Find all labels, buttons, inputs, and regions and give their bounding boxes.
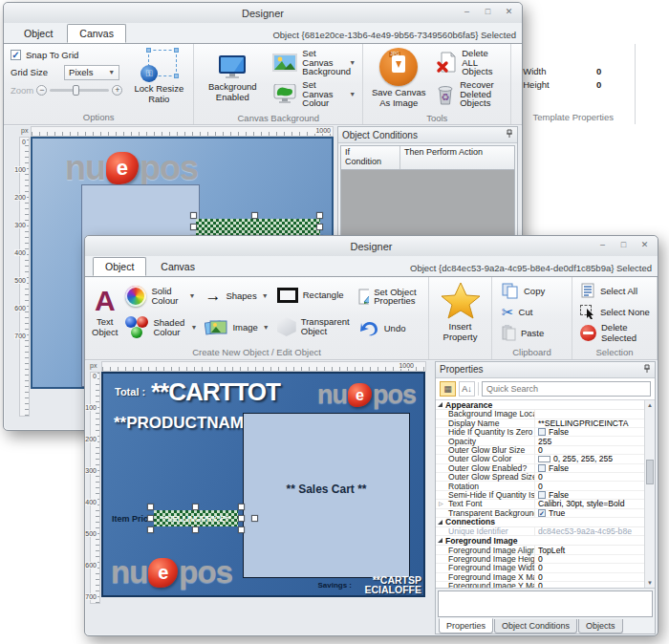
- shapes-button[interactable]: → Shapes ▼: [205, 289, 269, 304]
- selection-handle[interactable]: [316, 224, 323, 230]
- property-value[interactable]: dc84ec53-9a2a-4c95-b8e: [535, 526, 644, 536]
- shaded-colour-button[interactable]: Shaded Colour ▼: [125, 316, 197, 338]
- scrollbar[interactable]: ▲ ▼: [644, 400, 655, 588]
- zoom-slider[interactable]: Zoom − +: [11, 85, 122, 96]
- close-button[interactable]: ✕: [503, 7, 515, 18]
- carttot-object[interactable]: **CARTTOT: [151, 377, 280, 407]
- set-object-properties-button[interactable]: Set Object Properties: [358, 288, 423, 307]
- selection-handle[interactable]: [192, 504, 199, 510]
- savings-label[interactable]: Savings :: [317, 581, 352, 590]
- minimize-button[interactable]: –: [461, 7, 473, 18]
- titlebar[interactable]: Designer – □ ✕: [4, 3, 522, 23]
- color-swatch[interactable]: [538, 456, 550, 462]
- close-button[interactable]: ✕: [638, 240, 651, 251]
- titlebar[interactable]: Designer – □ ✕: [85, 236, 658, 256]
- transparent-object-button[interactable]: Transparent Object: [277, 317, 351, 336]
- pin-icon[interactable]: [643, 364, 651, 376]
- tab-canvas[interactable]: Canvas: [148, 257, 207, 276]
- scroll-thumb[interactable]: [646, 460, 654, 484]
- minimize-button[interactable]: –: [596, 240, 609, 251]
- selected-object-status: Object {681e20ce-13b6-4e49-9b56-7349560b…: [272, 30, 516, 40]
- selection-handle[interactable]: [238, 526, 245, 533]
- image-button[interactable]: Image ▼: [205, 319, 269, 335]
- value-checkbox[interactable]: ✓: [538, 509, 546, 517]
- pin-icon[interactable]: [506, 129, 513, 140]
- bottom-tab-object-conditions[interactable]: Object Conditions: [494, 619, 577, 633]
- selection-handle[interactable]: [238, 515, 245, 522]
- ruler-unit: px: [90, 362, 97, 369]
- ruler-unit: px: [21, 127, 28, 134]
- zoom-thumb[interactable]: [73, 85, 79, 96]
- selected-sellingprice-object[interactable]: **SELLINGPRICE**: [154, 510, 238, 526]
- total-label[interactable]: Total :: [115, 386, 145, 397]
- text-object-button[interactable]: A Text Object: [92, 287, 118, 337]
- cartsp-object[interactable]: **CARTSP ECIALOFFE: [365, 575, 422, 594]
- tab-object[interactable]: Object: [93, 257, 146, 276]
- vertical-ruler: 0100200300400500600700: [90, 372, 100, 604]
- group-label: Create New Object / Edit Object: [85, 347, 428, 359]
- column-header-action[interactable]: Then Perform Action: [400, 146, 486, 169]
- quick-search-input[interactable]: [482, 381, 651, 397]
- maximize-button[interactable]: □: [617, 240, 630, 251]
- zoom-out-icon[interactable]: −: [36, 85, 47, 96]
- lock-resize-ratio-button[interactable]: ⚿ Lock Resize Ratio: [131, 50, 186, 104]
- solid-colour-button[interactable]: Solid Colour ▼: [125, 286, 197, 307]
- selected-object[interactable]: [196, 219, 320, 235]
- selection-handle[interactable]: [251, 212, 258, 219]
- selection-handle[interactable]: [251, 515, 258, 522]
- expander-icon[interactable]: ▷: [439, 500, 443, 506]
- selection-handle[interactable]: [190, 212, 197, 219]
- recycle-bin-icon: ♻: [436, 83, 455, 106]
- save-canvas-as-image-button[interactable]: JPG Save Canvas As Image: [370, 48, 427, 108]
- snap-to-grid-checkbox[interactable]: ✓ Snap To Grid: [11, 50, 122, 60]
- scroll-up-icon[interactable]: ▲: [645, 400, 655, 410]
- selection-handle[interactable]: [190, 224, 197, 230]
- selection-handle[interactable]: [238, 504, 245, 510]
- designer-window-front[interactable]: Designer – □ ✕ Object Canvas Object {dc8…: [84, 235, 658, 636]
- value-checkbox[interactable]: [538, 428, 546, 436]
- value-checkbox[interactable]: [538, 464, 546, 472]
- delete-selected-button[interactable]: Delete Selected: [580, 322, 645, 343]
- selected-object-status: Object {dc84ec53-9a2a-4c95-b8e4-de0df1c8…: [410, 263, 652, 273]
- tab-canvas[interactable]: Canvas: [67, 24, 126, 43]
- ruler-tick-label: 200: [85, 436, 97, 442]
- bottom-tab-objects[interactable]: Objects: [578, 619, 623, 633]
- scroll-down-icon[interactable]: ▼: [645, 578, 655, 588]
- selection-handle[interactable]: [316, 212, 323, 219]
- cut-button[interactable]: ✂ Cut: [502, 301, 532, 322]
- selection-handle[interactable]: [147, 504, 154, 510]
- selection-handle[interactable]: [147, 515, 154, 522]
- paste-button[interactable]: Paste: [502, 322, 544, 343]
- delete-all-objects-button[interactable]: Delete ALL Objects: [436, 49, 504, 77]
- value-checkbox[interactable]: [538, 491, 546, 499]
- tab-object[interactable]: Object: [11, 24, 65, 43]
- set-canvas-colour-button[interactable]: Set Canvas Colour ▼: [272, 80, 356, 109]
- undo-button[interactable]: Undo: [358, 319, 423, 336]
- design-canvas[interactable]: Total : **CARTTOT nu e pos **PRODUCTNAME…: [101, 372, 425, 597]
- sort-alphabetical-button[interactable]: A↓: [459, 381, 475, 397]
- set-canvas-background-button[interactable]: Set Canvas Background ▼: [272, 49, 356, 77]
- vertical-ruler: 0100200300400500600700: [19, 137, 30, 417]
- select-none-button[interactable]: Select None: [580, 301, 650, 322]
- property-value[interactable]: ✓True: [535, 508, 644, 518]
- select-all-button[interactable]: Select All: [580, 280, 637, 301]
- zoom-in-icon[interactable]: +: [112, 85, 122, 96]
- group-label: Canvas Background: [194, 113, 362, 125]
- group-clipboard: Copy ✂ Cut Paste Clipboard: [492, 277, 572, 359]
- insert-property-button[interactable]: Insert Property: [436, 282, 485, 342]
- selection-handle[interactable]: [147, 526, 154, 533]
- column-header-condition[interactable]: If Condition: [341, 146, 400, 169]
- maximize-button[interactable]: □: [482, 7, 494, 18]
- rectangle-button[interactable]: Rectangle: [277, 288, 351, 303]
- zoom-track[interactable]: [50, 89, 109, 92]
- grid-size-select[interactable]: Pixels ▼: [64, 65, 119, 80]
- selection-handle[interactable]: [192, 526, 199, 533]
- categorized-view-button[interactable]: ▦: [440, 381, 456, 397]
- copy-button[interactable]: Copy: [502, 280, 545, 301]
- bottom-tab-properties[interactable]: Properties: [439, 618, 493, 633]
- recover-deleted-objects-button[interactable]: ♻ Recover Deleted Objects: [436, 80, 504, 109]
- sales-cart-panel[interactable]: ** Sales Cart **: [243, 413, 410, 578]
- background-enabled-button[interactable]: Background Enabled: [201, 54, 264, 102]
- property-value[interactable]: 0: [535, 581, 644, 589]
- sales-cart-label: ** Sales Cart **: [244, 483, 409, 496]
